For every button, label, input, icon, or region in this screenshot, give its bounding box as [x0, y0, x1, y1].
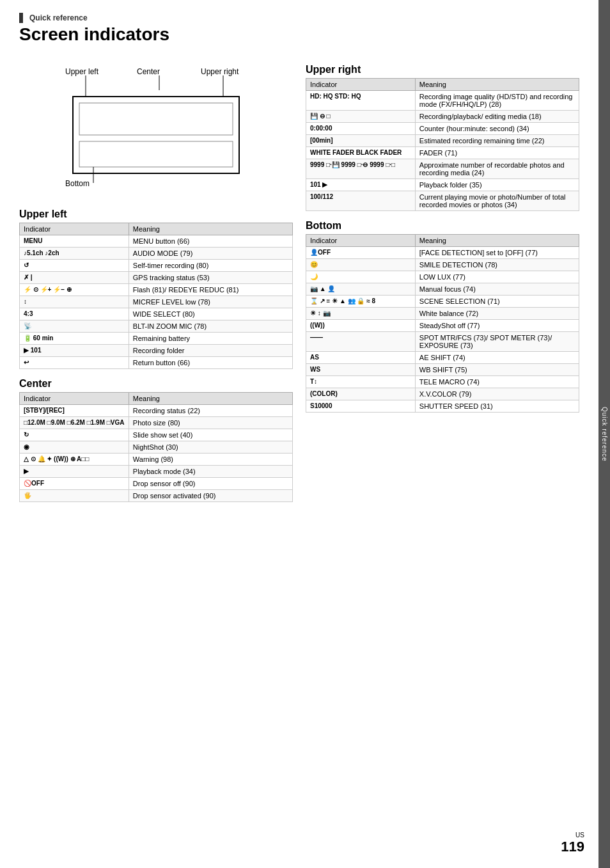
table-row: □12.0M □9.0M □6.2M □1.9M □VGAPhoto size … — [20, 417, 293, 429]
indicator-cell: ✗ | — [20, 272, 129, 284]
meaning-cell: TELE MACRO (74) — [415, 376, 579, 388]
indicator-cell: 💾 ⊖ □ — [306, 111, 416, 123]
indicator-cell: ♪5.1ch ♪2ch — [20, 248, 129, 260]
table-row: ↺Self-timer recording (80) — [20, 260, 293, 272]
indicator-cell: HD: HQ STD: HQ — [306, 91, 416, 111]
meaning-cell: Current playing movie or photo/Number of… — [415, 191, 579, 211]
table-row: 101 ▶Playback folder (35) — [306, 179, 579, 191]
meaning-cell: Drop sensor off (90) — [129, 478, 292, 490]
table-row: T↕TELE MACRO (74) — [306, 376, 579, 388]
svg-rect-11 — [79, 141, 233, 167]
table-row: 💾 ⊖ □Recording/playback/ editing media (… — [306, 111, 579, 123]
table-row: 📡BLT-IN ZOOM MIC (78) — [20, 320, 293, 333]
table-row: 📷 ▲ 👤Manual focus (74) — [306, 283, 579, 296]
meaning-cell: LOW LUX (77) — [415, 271, 579, 283]
screen-diagram: Upper left Center Upper right — [60, 55, 252, 189]
meaning-cell: MICREF LEVEL low (78) — [129, 296, 292, 308]
meaning-cell: Playback mode (34) — [129, 466, 292, 478]
table-row: S10000SHUTTER SPEED (31) — [306, 400, 579, 413]
bottom-table: Indicator Meaning 👤OFF[FACE DETECTION] s… — [306, 234, 579, 413]
table-row: ⚡ ⊙ ⚡+ ⚡– ⊕Flash (81)/ REDEYE REDUC (81) — [20, 284, 293, 296]
table-row: ☀ ↕ 📷White balance (72) — [306, 308, 579, 320]
indicator-cell: 101 ▶ — [306, 179, 416, 191]
indicator-cell: 9999 □·💾 9999 □·⊖ 9999 □·□ — [306, 159, 416, 179]
table-row: 🔋 60 minRemaining battery — [20, 333, 293, 345]
table-row: [00min]Estimated recording remaining tim… — [306, 135, 579, 147]
indicator-cell: MENU — [20, 235, 129, 248]
table-row: 🌙LOW LUX (77) — [306, 271, 579, 283]
meaning-cell: GPS tracking status (53) — [129, 272, 292, 284]
table-row: 100/112Current playing movie or photo/Nu… — [306, 191, 579, 211]
indicator-cell: 100/112 — [306, 191, 416, 211]
indicator-cell: ⚡ ⊙ ⚡+ ⚡– ⊕ — [20, 284, 129, 296]
svg-text:Center: Center — [137, 67, 160, 76]
indicator-cell: ▶ 101 — [20, 345, 129, 357]
upper-left-section: Upper left Indicator Meaning MENUMENU bu… — [19, 209, 293, 369]
indicator-cell: S10000 — [306, 400, 416, 413]
meaning-cell: NightShot (30) — [129, 441, 292, 454]
indicator-cell: ↕ — [20, 296, 129, 308]
meaning-cell: Flash (81)/ REDEYE REDUC (81) — [129, 284, 292, 296]
meaning-cell: Drop sensor activated (90) — [129, 490, 292, 502]
meaning-cell: Estimated recording remaining time (22) — [415, 135, 579, 147]
bottom-indicator-header: Indicator — [306, 235, 416, 247]
meaning-cell: BLT-IN ZOOM MIC (78) — [129, 320, 292, 333]
table-row: ((W))SteadyShot off (77) — [306, 320, 579, 332]
table-row: ♪5.1ch ♪2chAUDIO MODE (79) — [20, 248, 293, 260]
meaning-cell: Photo size (80) — [129, 417, 292, 429]
upper-right-table: Indicator Meaning HD: HQ STD: HQRecordin… — [306, 78, 579, 211]
meaning-cell: Recording status (22) — [129, 405, 292, 417]
indicator-cell: ↩ — [20, 357, 129, 369]
meaning-cell: Warning (98) — [129, 454, 292, 466]
table-row: 🖐Drop sensor activated (90) — [20, 490, 293, 502]
indicator-cell: [00min] — [306, 135, 416, 147]
bottom-heading: Bottom — [306, 220, 579, 232]
indicator-cell: ▶ — [20, 466, 129, 478]
bottom-meaning-header: Meaning — [415, 235, 579, 247]
indicator-cell: 👤OFF — [306, 247, 416, 259]
center-meaning-header: Meaning — [129, 393, 292, 405]
table-row: 😊SMILE DETECTION (78) — [306, 259, 579, 271]
indicator-cell: ◉ — [20, 441, 129, 454]
indicator-cell: ☀ ↕ 📷 — [306, 308, 416, 320]
page-number-area: US 119 — [561, 832, 584, 855]
table-row: 4:3WIDE SELECT (80) — [20, 308, 293, 320]
indicator-cell: 0:00:00 — [306, 123, 416, 135]
indicator-cell: ↻ — [20, 429, 129, 441]
svg-rect-10 — [79, 103, 233, 135]
table-row: ▶ 101Recording folder — [20, 345, 293, 357]
table-row: ◉NightShot (30) — [20, 441, 293, 454]
table-row: △ ⊙ 🔔 ✦ ((W)) ⊛ A□□Warning (98) — [20, 454, 293, 466]
bottom-section: Bottom Indicator Meaning 👤OFF[FACE DETEC… — [306, 220, 579, 413]
indicator-cell: 🔋 60 min — [20, 333, 129, 345]
meaning-cell: White balance (72) — [415, 308, 579, 320]
meaning-cell: SMILE DETECTION (78) — [415, 259, 579, 271]
center-heading: Center — [19, 378, 293, 390]
meaning-cell: Manual focus (74) — [415, 283, 579, 296]
meaning-cell: [FACE DETECTION] set to [OFF] (77) — [415, 247, 579, 259]
meaning-cell: MENU button (66) — [129, 235, 292, 248]
indicator-cell: 4:3 — [20, 308, 129, 320]
svg-text:Upper left: Upper left — [65, 67, 99, 76]
indicator-cell: 🚫OFF — [20, 478, 129, 490]
meaning-cell: Self-timer recording (80) — [129, 260, 292, 272]
indicator-cell: WHITE FADER BLACK FADER — [306, 147, 416, 159]
meaning-cell: SHUTTER SPEED (31) — [415, 400, 579, 413]
table-row: ✗ |GPS tracking status (53) — [20, 272, 293, 284]
table-row: ↩Return button (66) — [20, 357, 293, 369]
upper-right-heading: Upper right — [306, 64, 579, 75]
meaning-cell: Recording image quality (HD/STD) and rec… — [415, 91, 579, 111]
indicator-cell: 📡 — [20, 320, 129, 333]
upper-left-table: Indicator Meaning MENUMENU button (66)♪5… — [19, 223, 293, 369]
svg-text:Bottom: Bottom — [65, 179, 90, 188]
meaning-cell: Counter (hour:minute: second) (34) — [415, 123, 579, 135]
table-row: ——SPOT MTR/FCS (73)/ SPOT METER (73)/ EX… — [306, 332, 579, 352]
meaning-cell: Approximate number of recordable photos … — [415, 159, 579, 179]
indicator-cell: WS — [306, 364, 416, 376]
meaning-cell: Slide show set (40) — [129, 429, 292, 441]
meaning-cell: Return button (66) — [129, 357, 292, 369]
upper-right-meaning-header: Meaning — [415, 79, 579, 91]
upper-right-section: Upper right Indicator Meaning HD: HQ STD… — [306, 64, 579, 211]
sidebar-label: Quick reference — [601, 407, 608, 462]
table-row: ↻Slide show set (40) — [20, 429, 293, 441]
